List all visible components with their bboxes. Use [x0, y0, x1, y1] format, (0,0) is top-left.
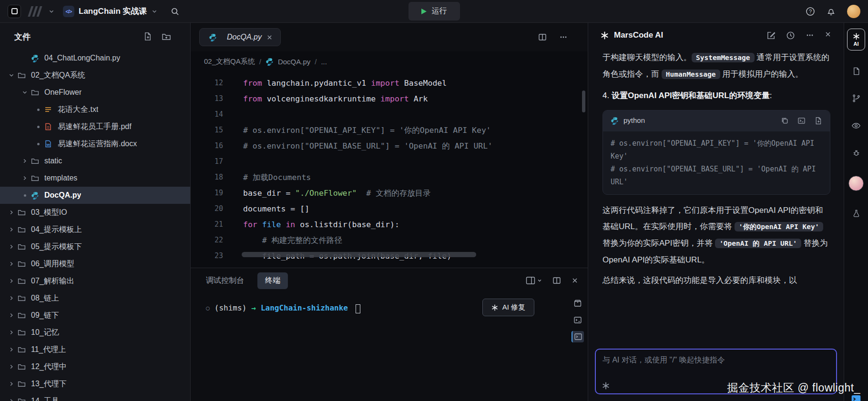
notifications-bell-icon[interactable]: [827, 7, 836, 16]
new-file-icon[interactable]: [143, 32, 152, 41]
tree-item-09_链下[interactable]: 09_链下: [0, 307, 190, 324]
tree-item-花语大全.txt[interactable]: 花语大全.txt: [0, 101, 190, 118]
marscode-ai-icon[interactable]: AI: [847, 29, 865, 50]
tab-terminal[interactable]: 终端: [257, 272, 288, 289]
user-avatar[interactable]: [847, 5, 860, 18]
chevron-right-icon: [7, 381, 16, 387]
tree-item-OneFlower[interactable]: OneFlower: [0, 84, 190, 101]
panel-header: 调试控制台 终端: [191, 268, 588, 293]
tree-item-易速鲜花员工手册.pdf[interactable]: 易速鲜花员工手册.pdf: [0, 118, 190, 135]
watermark: 掘金技术社区 @ flowlight_: [727, 381, 860, 395]
pdf-icon: [43, 123, 53, 130]
new-chat-icon[interactable]: [766, 31, 776, 40]
tab-docqa[interactable]: DocQA.py: [199, 28, 281, 46]
modified-dot: [33, 143, 43, 145]
ai-fix-button[interactable]: AI 修复: [482, 299, 534, 316]
breadcrumb-symbol[interactable]: ...: [321, 58, 327, 66]
new-folder-icon[interactable]: [162, 32, 171, 41]
tree-item-易速鲜花运营指南.docx[interactable]: 易速鲜花运营指南.docx: [0, 135, 190, 152]
code-editor[interactable]: 12from langchain.pydantic_v1 import Base…: [191, 71, 588, 268]
new-terminal-icon[interactable]: [572, 314, 583, 326]
terminal-instance-icon[interactable]: [572, 331, 584, 342]
split-panel-icon[interactable]: [552, 276, 561, 285]
tree-item-07_解析输出[interactable]: 07_解析输出: [0, 272, 190, 290]
close-panel-icon[interactable]: [825, 31, 831, 40]
line-number: 13: [191, 91, 223, 107]
marscode-logo-icon[interactable]: [27, 6, 43, 17]
line-number: 17: [191, 154, 223, 170]
chevron-right-icon: [7, 364, 16, 370]
chevron-down-icon[interactable]: [49, 9, 54, 14]
tree-item-04_提示模板上[interactable]: 04_提示模板上: [0, 221, 190, 238]
ai-chat-input[interactable]: [602, 355, 829, 377]
folder-icon: [16, 243, 27, 251]
line-number: 12: [191, 75, 223, 91]
app-logo-icon[interactable]: [8, 5, 21, 18]
breadcrumb-folder[interactable]: 02_文档QA系统: [204, 57, 255, 66]
tree-item-DocQA.py[interactable]: DocQA.py: [0, 187, 190, 204]
folder-icon: [30, 89, 40, 97]
terminal[interactable]: ○ (shims) → LangChain-shizhanke AI 修复: [191, 293, 588, 401]
tree-item-13_代理下[interactable]: 13_代理下: [0, 375, 190, 392]
tree-item-templates[interactable]: templates: [0, 170, 190, 187]
project-switcher[interactable]: </> LangChain 实战课: [63, 6, 157, 17]
insert-code-icon[interactable]: [797, 117, 806, 125]
package-icon[interactable]: [572, 298, 583, 309]
copy-icon[interactable]: [781, 117, 789, 125]
tree-item-12_代理中[interactable]: 12_代理中: [0, 358, 190, 375]
assistant-avatar[interactable]: [848, 176, 864, 191]
tree-item-11_代理上[interactable]: 11_代理上: [0, 341, 190, 358]
git-branch-icon[interactable]: [852, 94, 861, 103]
breadcrumb-file[interactable]: DocQA.py: [278, 58, 310, 66]
help-icon[interactable]: ?: [806, 7, 815, 16]
tree-item-10_记忆[interactable]: 10_记忆: [0, 324, 190, 341]
marscode-spark-icon[interactable]: [602, 382, 610, 390]
breadcrumb[interactable]: 02_文档QA系统 / DocQA.py / ...: [191, 51, 588, 71]
tree-item-static[interactable]: static: [0, 152, 190, 170]
tree-item-05_提示模板下[interactable]: 05_提示模板下: [0, 238, 190, 255]
file-label: 易速鲜花员工手册.pdf: [58, 122, 132, 132]
ai-chip-label: AI: [854, 41, 859, 47]
panel-layout-icon[interactable]: [526, 276, 542, 285]
tree-item-08_链上[interactable]: 08_链上: [0, 290, 190, 307]
ai-header: MarsCode AI: [588, 23, 844, 48]
editor-horizontal-scrollbar[interactable]: [242, 252, 476, 257]
file-label: 06_调用模型: [31, 259, 74, 269]
file-label: 05_提示模板下: [31, 242, 82, 252]
tree-item-02_文档QA系统[interactable]: 02_文档QA系统: [0, 67, 190, 84]
tree-item-03_模型IO[interactable]: 03_模型IO: [0, 204, 190, 221]
more-actions-icon[interactable]: [559, 33, 568, 41]
run-button[interactable]: 运行: [408, 2, 460, 20]
tab-debug-console[interactable]: 调试控制台: [206, 276, 244, 286]
ide-window: </> LangChain 实战课 运行 ?: [0, 0, 868, 401]
svg-text:?: ?: [809, 9, 812, 14]
code-line: 21for file in os.listdir(base_dir):: [191, 217, 588, 232]
chevron-right-icon: [20, 175, 30, 181]
file-label: 易速鲜花运营指南.docx: [58, 139, 137, 149]
tree-item-04_ChatLongChain.py[interactable]: 04_ChatLongChain.py: [0, 50, 190, 67]
line-number: 14: [191, 107, 223, 122]
folder-icon: [30, 174, 40, 182]
file-label: DocQA.py: [44, 191, 81, 200]
more-actions-icon[interactable]: [806, 31, 814, 40]
line-number: 21: [191, 217, 223, 232]
preview-eye-icon[interactable]: [851, 121, 861, 130]
editor-vertical-scrollbar[interactable]: [582, 90, 585, 112]
close-panel-icon[interactable]: [572, 277, 578, 284]
code-content[interactable]: # os.environ["OPENAI_API_KEY"] = '你的Open…: [603, 131, 830, 194]
tree-item-06_调用模型[interactable]: 06_调用模型: [0, 255, 190, 272]
history-icon[interactable]: [786, 31, 795, 40]
create-file-icon[interactable]: [814, 117, 822, 125]
split-editor-icon[interactable]: [538, 33, 547, 41]
file-label: 13_代理下: [31, 379, 67, 389]
close-tab-icon[interactable]: [266, 34, 273, 40]
code-language: python: [623, 113, 645, 128]
search-icon[interactable]: [171, 7, 179, 16]
line-number: 16: [191, 138, 223, 154]
docs-icon[interactable]: [852, 67, 861, 76]
lab-flask-icon[interactable]: [852, 209, 861, 218]
bug-icon[interactable]: [852, 149, 861, 158]
ai-paragraph: 总结来说，这段代码的功能是导入必要的库和模块，以: [602, 272, 830, 289]
folder-icon: [16, 209, 27, 217]
tree-item-14_工具[interactable]: 14_工具: [0, 392, 190, 401]
